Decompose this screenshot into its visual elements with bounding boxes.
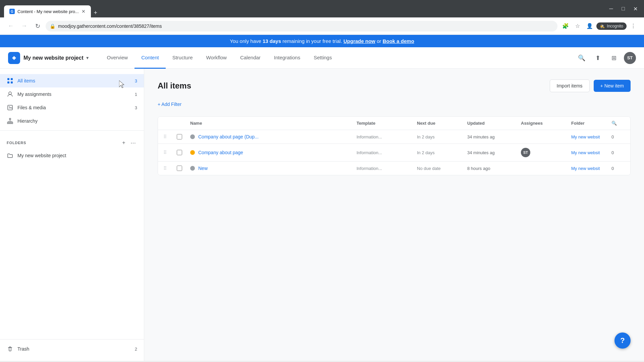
- extensions-icon[interactable]: 🧩: [560, 21, 571, 32]
- svg-rect-11: [11, 122, 13, 124]
- nav-structure[interactable]: Structure: [166, 47, 200, 69]
- menu-button[interactable]: ⋮: [628, 21, 639, 32]
- nav-calendar[interactable]: Calendar: [233, 47, 267, 69]
- svg-rect-2: [11, 78, 13, 80]
- folder-link[interactable]: My new websit: [571, 166, 600, 171]
- incognito-label: Incognito: [607, 24, 623, 28]
- svg-rect-9: [7, 122, 9, 124]
- svg-point-5: [9, 92, 11, 95]
- active-tab[interactable]: G Content - My new website pro... ✕: [4, 5, 91, 17]
- item-name-cell: Company about page (Dup...: [190, 134, 357, 139]
- nav-content[interactable]: Content: [135, 47, 166, 69]
- address-bar[interactable]: 🔒 moodjoy.gathercontent.com/content/3858…: [46, 21, 557, 32]
- app-body: All items 3 My assignments 1 Files: [0, 69, 644, 361]
- folder-cell: My new websit: [571, 134, 611, 139]
- svg-point-7: [9, 106, 9, 107]
- next-due-cell: In 2 days: [417, 134, 467, 139]
- grid-icon-btn[interactable]: ⊞: [608, 52, 620, 64]
- new-item-button[interactable]: + New item: [594, 80, 631, 92]
- folder-item-project[interactable]: My new website project: [0, 149, 144, 162]
- template-cell: Information...: [357, 134, 417, 139]
- trial-text-middle: remaining in your free trial.: [282, 38, 343, 44]
- next-due-cell: In 2 days: [417, 150, 467, 155]
- th-name: Name: [190, 121, 357, 126]
- row-checkbox[interactable]: [177, 150, 182, 155]
- my-assignments-count: 1: [135, 92, 137, 97]
- th-search[interactable]: 🔍: [611, 121, 625, 126]
- item-name-cell: Company about page: [190, 150, 357, 155]
- folder-link[interactable]: My new websit: [571, 134, 600, 139]
- assignee-avatar: ST: [521, 148, 530, 157]
- user-avatar[interactable]: ST: [624, 52, 636, 64]
- files-media-count: 3: [135, 105, 137, 110]
- back-button[interactable]: ←: [5, 21, 16, 32]
- close-button[interactable]: ✕: [631, 4, 640, 13]
- folder-cell: My new websit: [571, 166, 611, 171]
- row-checkbox[interactable]: [177, 166, 182, 171]
- table-row[interactable]: ⠿ New Information... No due date 8 hours…: [158, 162, 630, 175]
- svg-rect-6: [8, 105, 12, 110]
- svg-rect-8: [9, 118, 11, 120]
- sidebar-item-hierarchy[interactable]: Hierarchy: [0, 114, 144, 128]
- help-button[interactable]: ?: [614, 333, 631, 349]
- tab-close-btn[interactable]: ✕: [82, 9, 86, 14]
- drag-handle[interactable]: ⠿: [163, 150, 177, 155]
- nav-settings[interactable]: Settings: [307, 47, 338, 69]
- upgrade-link[interactable]: Upgrade now: [343, 38, 375, 44]
- nav-integrations[interactable]: Integrations: [267, 47, 307, 69]
- table-row[interactable]: ⠿ Company about page (Dup... Information…: [158, 130, 630, 144]
- next-due-cell: No due date: [417, 166, 467, 171]
- trial-or: or: [377, 38, 383, 44]
- new-tab-button[interactable]: +: [91, 8, 100, 17]
- project-name[interactable]: My new website project ▼: [23, 55, 90, 61]
- reload-button[interactable]: ↻: [32, 21, 43, 32]
- export-icon-btn[interactable]: ⬆: [592, 52, 604, 64]
- header-right: 🔍 ⬆ ⊞ ST: [576, 52, 636, 64]
- sidebar-item-all-items[interactable]: All items 3: [0, 74, 144, 87]
- item-name-link[interactable]: New: [198, 166, 208, 171]
- app-logo[interactable]: [8, 52, 20, 64]
- minimize-button[interactable]: ─: [606, 4, 616, 13]
- forward-button[interactable]: →: [19, 21, 30, 32]
- url-text: moodjoy.gathercontent.com/content/385827…: [58, 23, 553, 29]
- search-icon-btn[interactable]: 🔍: [576, 52, 588, 64]
- hierarchy-label: Hierarchy: [17, 118, 137, 124]
- logo-area: My new website project ▼: [8, 52, 90, 64]
- all-items-icon: [7, 77, 13, 84]
- status-dot: [190, 166, 195, 171]
- bookmark-icon[interactable]: ☆: [572, 21, 583, 32]
- sidebar-item-my-assignments[interactable]: My assignments 1: [0, 87, 144, 101]
- row-checkbox[interactable]: [177, 134, 182, 139]
- maximize-button[interactable]: □: [619, 4, 628, 13]
- project-chevron-icon: ▼: [86, 56, 90, 60]
- item-name-link[interactable]: Company about page: [198, 150, 243, 155]
- updated-cell: 8 hours ago: [467, 166, 521, 171]
- item-name-link[interactable]: Company about page (Dup...: [198, 134, 259, 139]
- trash-icon: [7, 346, 13, 352]
- th-assignees: Assignees: [521, 121, 571, 126]
- lock-icon: 🔒: [50, 23, 55, 29]
- folder-icon: [7, 152, 13, 159]
- trial-days: 13 days: [263, 38, 281, 44]
- add-folder-button[interactable]: +: [120, 139, 128, 147]
- svg-rect-10: [9, 122, 11, 124]
- files-media-label: Files & media: [17, 105, 131, 110]
- sidebar-item-files-media[interactable]: Files & media 3: [0, 101, 144, 114]
- table-row[interactable]: ⠿ Company about page Information... In 2…: [158, 144, 630, 162]
- nav-workflow[interactable]: Workflow: [200, 47, 233, 69]
- add-filter-button[interactable]: + Add Filter: [158, 100, 181, 108]
- drag-handle[interactable]: ⠿: [163, 166, 177, 171]
- folder-item-label: My new website project: [17, 153, 66, 158]
- trial-text-before: You only have: [230, 38, 263, 44]
- import-items-button[interactable]: Import items: [550, 79, 590, 92]
- tab-bar: G Content - My new website pro... ✕ +: [4, 0, 100, 17]
- nav-overview[interactable]: Overview: [100, 47, 135, 69]
- folder-options-button[interactable]: ⋯: [129, 139, 137, 147]
- folders-section: FOLDERS + ⋯: [0, 133, 144, 149]
- folder-link[interactable]: My new websit: [571, 150, 600, 155]
- demo-link[interactable]: Book a demo: [383, 38, 414, 44]
- drag-handle[interactable]: ⠿: [163, 134, 177, 139]
- sidebar-item-trash[interactable]: Trash 2: [0, 342, 144, 356]
- profile-icon[interactable]: 👤: [584, 21, 595, 32]
- updated-cell: 34 minutes ag: [467, 150, 521, 155]
